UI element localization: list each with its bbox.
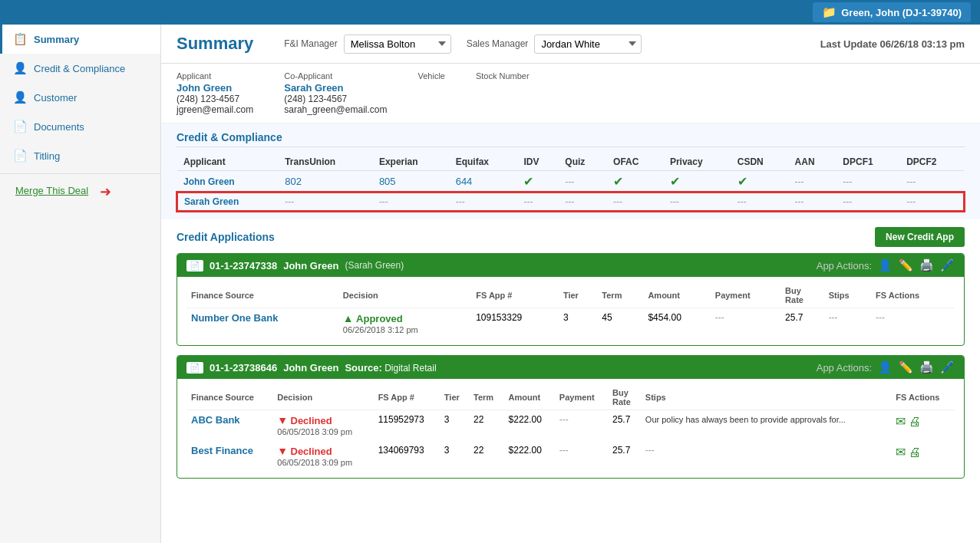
- app2-row2-term: 22: [469, 441, 504, 472]
- row2-idv: ---: [517, 193, 559, 211]
- ft2-col-amount: Amount: [504, 385, 555, 410]
- fi-manager-group: F&I Manager Melissa Bolton: [284, 35, 450, 54]
- app-2-finance-table: Finance Source Decision FS App # Tier Te…: [186, 385, 955, 472]
- co-applicant-name[interactable]: Sarah Green: [284, 82, 387, 94]
- app1-row1-amount: $454.00: [643, 308, 710, 340]
- app2-row2-amount: $222.00: [504, 441, 555, 472]
- row1-name[interactable]: John Green: [177, 171, 279, 193]
- app-1-pencil-icon[interactable]: 🖊️: [940, 258, 955, 272]
- app-1-actions-label: App Actions:: [817, 260, 872, 272]
- row2-ofac: ---: [607, 193, 664, 211]
- applicant-phone: (248) 123-4567: [177, 94, 253, 104]
- row1-aan: ---: [789, 171, 837, 193]
- row1-csdn: ✔: [731, 171, 789, 193]
- app1-row1-source[interactable]: Number One Bank: [186, 308, 338, 340]
- app-1-edit-icon[interactable]: ✏️: [899, 258, 913, 272]
- last-update: Last Update 06/26/18 03:13 pm: [820, 38, 965, 50]
- app-2-pencil-icon[interactable]: 🖊️: [940, 360, 955, 374]
- app2-row1-tier: 3: [440, 410, 469, 442]
- page-title: Summary: [177, 34, 253, 54]
- app-1-add-person-icon[interactable]: 👤: [878, 258, 893, 272]
- table-row: Best Finance ▼ Declined 06/05/2018 3:09 …: [186, 441, 955, 472]
- sales-manager-label: Sales Manager: [467, 38, 529, 49]
- app-card-2-header-left: 📄 01-1-23738646 John Green Source: Digit…: [186, 362, 437, 374]
- app2-row2-stips: ---: [641, 441, 892, 472]
- app2-row1-amount: $222.00: [504, 410, 555, 442]
- app-2-add-person-icon[interactable]: 👤: [878, 360, 893, 374]
- credit-apps-title: Credit Applications: [177, 231, 275, 243]
- sidebar-item-credit-compliance[interactable]: 👤 Credit & Compliance: [0, 54, 160, 83]
- row2-csdn: ---: [731, 193, 789, 211]
- stock-number-block: Stock Number: [476, 71, 530, 115]
- ft1-col-payment: Payment: [711, 283, 780, 308]
- row2-name[interactable]: Sarah Green: [177, 193, 279, 211]
- app2-row2-fsapp: 134069793: [374, 441, 440, 472]
- row1-transunion[interactable]: 802: [279, 171, 373, 193]
- ft1-col-decision: Decision: [338, 283, 471, 308]
- new-credit-app-button[interactable]: New Credit App: [875, 227, 965, 247]
- app-doc-icon-2: 📄: [186, 362, 203, 374]
- applicant-section: Applicant John Green (248) 123-4567 jgre…: [161, 64, 980, 123]
- app2-row2-source[interactable]: Best Finance: [186, 441, 272, 472]
- app2-row1-source[interactable]: ABC Bank: [186, 410, 272, 442]
- credit-compliance-table: Applicant TransUnion Experian Equifax ID…: [177, 153, 965, 212]
- app2-row2-tier: 3: [440, 441, 469, 472]
- email-icon-1[interactable]: ✉: [896, 415, 906, 428]
- declined-arrow-icon: ▼: [277, 414, 288, 426]
- sidebar-documents-label: Documents: [34, 121, 84, 133]
- col-transunion: TransUnion: [279, 153, 373, 171]
- app-2-applicant: John Green: [283, 362, 338, 374]
- row2-quiz: ---: [559, 193, 607, 211]
- table-row: ABC Bank ▼ Declined 06/05/2018 3:09 pm 1…: [186, 410, 955, 442]
- row1-experian[interactable]: 805: [373, 171, 450, 193]
- row1-dpcf2: ---: [900, 171, 964, 193]
- app-card-1-header: 📄 01-1-23747338 John Green (Sarah Green)…: [177, 254, 964, 277]
- deal-title-text: Green, John (DJ-1-39740): [841, 7, 962, 18]
- row1-dpcf1: ---: [836, 171, 900, 193]
- app-card-2-header: 📄 01-1-23738646 John Green Source: Digit…: [177, 356, 964, 379]
- sidebar-item-documents[interactable]: 📄 Documents: [0, 112, 160, 141]
- col-equifax: Equifax: [450, 153, 518, 171]
- col-privacy: Privacy: [664, 153, 731, 171]
- app-2-edit-icon[interactable]: ✏️: [899, 360, 913, 374]
- app2-row1-decision: ▼ Declined 06/05/2018 3:09 pm: [272, 410, 373, 442]
- ft1-col-fsactions: FS Actions: [871, 283, 955, 308]
- ft1-col-amount: Amount: [643, 283, 710, 308]
- ft2-col-fsactions: FS Actions: [891, 385, 955, 410]
- app1-row1-buyrate: 25.7: [780, 308, 824, 340]
- row2-aan: ---: [789, 193, 837, 211]
- print-icon-2[interactable]: 🖨: [909, 446, 921, 459]
- sales-manager-group: Sales Manager Jordan White: [467, 35, 642, 54]
- merge-deal-link[interactable]: Merge This Deal ➜: [0, 177, 160, 204]
- co-applicant-label: Co-Applicant: [284, 71, 387, 81]
- sidebar-item-summary[interactable]: 📋 Summary: [0, 25, 160, 54]
- app2-row2-fsactions: ✉ 🖨: [891, 441, 955, 472]
- app-2-print-icon[interactable]: 🖨️: [919, 360, 934, 374]
- email-icon-2[interactable]: ✉: [896, 446, 906, 459]
- vehicle-block: Vehicle: [417, 71, 444, 115]
- app-doc-icon-1: 📄: [186, 260, 203, 272]
- sidebar-item-titling[interactable]: 📄 Titling: [0, 141, 160, 170]
- sales-manager-select[interactable]: Jordan White: [534, 35, 642, 54]
- ft2-col-payment: Payment: [555, 385, 608, 410]
- app-1-co-applicant: (Sarah Green): [345, 260, 404, 271]
- sidebar-item-customer[interactable]: 👤 Customer: [0, 83, 160, 112]
- fi-manager-select[interactable]: Melissa Bolton: [344, 35, 451, 54]
- last-update-label: Last Update: [820, 38, 877, 50]
- applicant-name[interactable]: John Green: [177, 82, 253, 94]
- ft2-col-buyrate: BuyRate: [608, 385, 641, 410]
- row1-ofac: ✔: [607, 171, 664, 193]
- row2-transunion: ---: [279, 193, 373, 211]
- col-dpcf2: DPCF2: [900, 153, 964, 171]
- co-applicant-email: sarah_green@email.com: [284, 104, 387, 115]
- app-1-print-icon[interactable]: 🖨️: [919, 258, 934, 272]
- print-icon-1[interactable]: 🖨: [909, 415, 921, 428]
- app-card-2: 📄 01-1-23738646 John Green Source: Digit…: [177, 355, 965, 479]
- ft2-col-fsapp: FS App #: [374, 385, 440, 410]
- app-2-actions-label: App Actions:: [817, 362, 872, 374]
- row2-dpcf2: ---: [900, 193, 964, 211]
- row1-equifax[interactable]: 644: [450, 171, 518, 193]
- app-card-1: 📄 01-1-23747338 John Green (Sarah Green)…: [177, 253, 965, 346]
- row2-experian: ---: [373, 193, 450, 211]
- summary-icon: 📋: [13, 32, 28, 46]
